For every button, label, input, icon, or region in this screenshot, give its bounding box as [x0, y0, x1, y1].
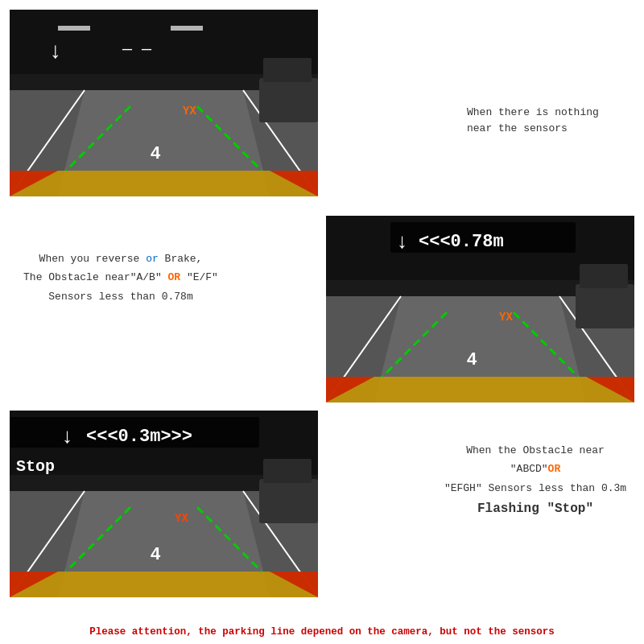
label2-or1: or [146, 253, 159, 265]
svg-text:↓: ↓ [397, 229, 407, 253]
svg-text:↓: ↓ [62, 423, 72, 448]
svg-rect-25 [326, 377, 634, 402]
svg-text:4: 4 [151, 543, 161, 564]
svg-rect-31 [580, 264, 628, 288]
svg-rect-3 [171, 26, 203, 31]
bottom-notice-text: Please attention, the parking line depen… [89, 626, 555, 638]
svg-text:— —: — — [122, 40, 152, 59]
label1-content: When there is nothing near the sensors [467, 106, 599, 134]
label3-line2: "EFGH" Sensors less than 0.3m [444, 482, 626, 494]
scene2-image: ↓ <<<0.78m YX 4 [326, 216, 634, 402]
label3-or: OR [548, 463, 561, 475]
svg-text:<<<0.3m>>>: <<<0.3m>>> [86, 427, 192, 447]
svg-text:↓: ↓ [50, 38, 61, 63]
label3-flashing: Flashing "Stop" [477, 502, 593, 516]
svg-text:Stop: Stop [16, 457, 55, 476]
svg-rect-30 [576, 284, 634, 328]
scene3-image: ↓ <<<0.3m>>> Stop YX 4 [10, 411, 318, 597]
bottom-notice: Please attention, the parking line depen… [10, 626, 634, 638]
svg-rect-13 [259, 78, 318, 122]
label3-line1: When the Obstacle near "ABCD"OR [466, 444, 605, 475]
svg-text:4: 4 [151, 142, 161, 163]
label2-line2: The Obstacle near"A/B" OR "E/F" [23, 271, 218, 283]
svg-text:YX: YX [175, 512, 188, 525]
svg-text:YX: YX [183, 105, 196, 118]
label2-text: When you reverse or Brake, The Obstacle … [16, 250, 225, 306]
label2-or2: OR [168, 271, 181, 283]
svg-text:<<<0.78m: <<<0.78m [419, 232, 504, 252]
svg-rect-48 [259, 479, 318, 523]
svg-text:YX: YX [499, 311, 513, 324]
svg-rect-14 [263, 58, 312, 82]
label1-text: When there is nothing near the sensors [467, 105, 628, 136]
svg-text:4: 4 [467, 349, 477, 369]
page-container: ↓ — — YX 4 When there is nothing near th… [0, 0, 644, 644]
label3-text: When the Obstacle near "ABCD"OR "EFGH" S… [443, 441, 628, 521]
svg-rect-43 [10, 572, 318, 597]
label2-line1: When you reverse or Brake, [39, 253, 203, 265]
svg-rect-2 [58, 26, 90, 31]
scene1-image: ↓ — — YX 4 [10, 10, 318, 196]
svg-rect-49 [263, 459, 312, 483]
svg-rect-8 [10, 171, 318, 196]
label2-line3: Sensors less than 0.78m [48, 291, 192, 303]
